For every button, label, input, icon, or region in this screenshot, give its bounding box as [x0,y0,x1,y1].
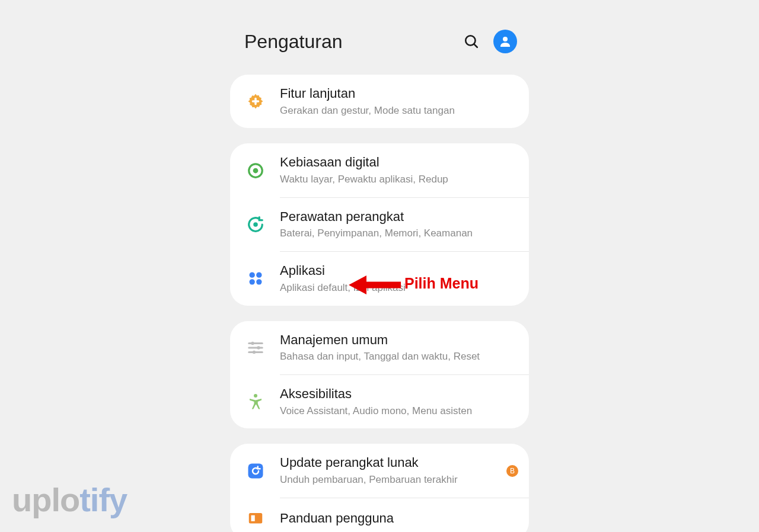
settings-item-aplikasi[interactable]: Aplikasi Aplikasi default, Izin aplikasi [230,252,529,305]
svg-point-9 [256,273,261,278]
settings-item-title: Panduan pengguna [280,510,518,527]
svg-point-2 [503,37,508,41]
svg-rect-21 [251,515,255,521]
settings-item-manajemen-umum[interactable]: Manajemen umum Bahasa dan input, Tanggal… [230,321,529,374]
settings-group: Manajemen umum Bahasa dan input, Tanggal… [230,321,529,429]
svg-point-16 [257,346,260,350]
settings-item-text: Kebiasaan digital Waktu layar, Pewaktu a… [280,154,518,186]
settings-header: Pengaturan [230,0,529,75]
settings-item-title: Perawatan perangkat [280,209,518,226]
svg-point-7 [253,222,258,227]
settings-item-subtitle: Waktu layar, Pewaktu aplikasi, Redup [280,172,518,187]
settings-item-subtitle: Voice Assistant, Audio mono, Menu asiste… [280,404,518,418]
settings-item-subtitle: Bahasa dan input, Tanggal dan waktu, Res… [280,350,518,364]
settings-item-fitur-lanjutan[interactable]: Fitur lanjutan Gerakan dan gestur, Mode … [230,75,529,128]
svg-point-6 [253,168,259,173]
settings-item-subtitle: Gerakan dan gestur, Mode satu tangan [280,104,518,118]
search-icon[interactable] [464,34,479,49]
settings-item-text: Fitur lanjutan Gerakan dan gestur, Mode … [280,85,518,117]
svg-point-15 [251,342,254,345]
settings-item-subtitle: Aplikasi default, Izin aplikasi [280,281,518,295]
settings-item-text: Manajemen umum Bahasa dan input, Tanggal… [280,332,518,364]
accessibility-icon [245,392,266,412]
settings-item-text: Update perangkat lunak Unduh pembaruan, … [280,454,500,486]
settings-item-text: Perawatan perangkat Baterai, Penyimpanan… [280,209,518,241]
settings-item-kebiasaan-digital[interactable]: Kebiasaan digital Waktu layar, Pewaktu a… [230,143,529,197]
settings-item-title: Aksesibilitas [280,386,518,403]
settings-item-aksesibilitas[interactable]: Aksesibilitas Voice Assistant, Audio mon… [230,375,529,428]
settings-item-subtitle: Unduh pembaruan, Pembaruan terakhir [280,473,500,487]
sliders-icon [245,338,266,358]
settings-screen: Pengaturan [230,0,529,532]
settings-group: Update perangkat lunak Unduh pembaruan, … [230,444,529,532]
svg-point-18 [254,394,257,398]
header-actions [464,30,517,53]
svg-point-11 [256,280,261,285]
svg-rect-4 [252,100,260,102]
settings-item-update-perangkat-lunak[interactable]: Update perangkat lunak Unduh pembaruan, … [230,444,529,497]
page-title: Pengaturan [242,31,464,53]
settings-item-text: Aksesibilitas Voice Assistant, Audio mon… [280,386,518,418]
watermark-part2: tify [79,481,127,518]
settings-item-text: Aplikasi Aplikasi default, Izin aplikasi [280,262,518,294]
device-care-icon [245,214,266,235]
svg-rect-20 [249,513,263,524]
settings-group: Kebiasaan digital Waktu layar, Pewaktu a… [230,143,529,305]
update-icon [245,461,266,481]
settings-item-panduan-pengguna[interactable]: Panduan pengguna [230,498,529,532]
svg-point-10 [250,280,255,285]
settings-group: Fitur lanjutan Gerakan dan gestur, Mode … [230,75,529,128]
update-badge: B [506,465,518,477]
settings-item-subtitle: Baterai, Penyimpanan, Memori, Keamanan [280,226,518,241]
settings-item-perawatan-perangkat[interactable]: Perawatan perangkat Baterai, Penyimpanan… [230,198,529,251]
svg-line-1 [474,44,477,47]
svg-point-17 [253,351,256,354]
guide-icon [245,509,266,529]
watermark: uplotify [12,483,127,517]
svg-rect-19 [248,463,263,478]
settings-item-title: Kebiasaan digital [280,154,518,171]
watermark-part1: uplo [12,481,79,518]
settings-item-title: Fitur lanjutan [280,85,518,102]
gear-icon [245,91,266,111]
apps-icon [245,268,266,289]
settings-item-text: Panduan pengguna [280,510,518,527]
settings-item-title: Update perangkat lunak [280,454,500,472]
account-avatar[interactable] [493,30,517,53]
wellbeing-icon [245,161,266,181]
settings-item-title: Aplikasi [280,262,518,280]
settings-item-title: Manajemen umum [280,332,518,349]
svg-point-8 [250,273,255,278]
